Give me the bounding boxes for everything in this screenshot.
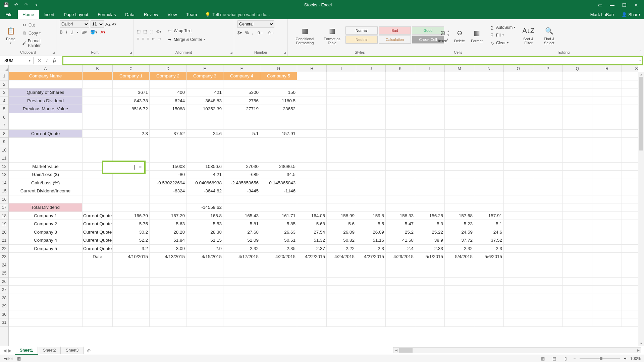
cell-O12[interactable] (504, 163, 533, 171)
col-header-Q[interactable]: Q (563, 65, 592, 72)
style-bad[interactable]: Bad (379, 26, 411, 35)
cell-K1[interactable] (386, 72, 415, 80)
cell-R1[interactable] (592, 72, 622, 80)
cell-M11[interactable] (445, 154, 474, 163)
cell-H1[interactable] (297, 72, 327, 80)
cell-B15[interactable] (83, 187, 113, 195)
cell-K7[interactable] (386, 121, 415, 130)
cell-Q28[interactable] (563, 294, 592, 302)
cell-F18[interactable]: 165.43 (223, 212, 260, 220)
find-select-button[interactable]: 🔍Find & Select (540, 25, 558, 46)
row-header-9[interactable]: 9 (0, 138, 8, 146)
row-header-30[interactable]: 30 (0, 310, 8, 319)
cell-D13[interactable]: -80 (150, 171, 186, 179)
cell-I20[interactable]: 26.09 (327, 228, 356, 237)
cell-G28[interactable] (260, 294, 297, 302)
cell-G12[interactable]: 23686.5 (260, 163, 297, 171)
cell-R29[interactable] (592, 302, 622, 310)
hscroll-left-icon[interactable]: ◀ (393, 348, 399, 353)
cell-H20[interactable]: 27.54 (297, 228, 327, 237)
alignment-dialog-icon[interactable]: ◢ (230, 51, 232, 54)
cell-E19[interactable]: 5.53 (186, 220, 223, 228)
cell-P14[interactable] (533, 179, 563, 187)
cell-O27[interactable] (504, 286, 533, 294)
sheet-tab-2[interactable]: Sheet2 (38, 347, 61, 354)
cell-G11[interactable] (260, 154, 297, 163)
cell-G25[interactable] (260, 269, 297, 278)
cell-L31[interactable] (415, 318, 445, 327)
cell-F10[interactable] (223, 146, 260, 155)
cell-E21[interactable]: 51.15 (186, 236, 223, 245)
cell-R14[interactable] (592, 179, 622, 187)
col-header-B[interactable]: B (83, 65, 113, 72)
cell-A22[interactable]: Company 5 (9, 245, 83, 253)
cell-J4[interactable] (356, 97, 386, 105)
cell-D21[interactable]: 51.84 (150, 236, 186, 245)
cell-M7[interactable] (445, 121, 474, 130)
cell-B6[interactable] (83, 113, 113, 122)
page-layout-view-icon[interactable]: ▤ (550, 356, 558, 361)
cell-J31[interactable] (356, 318, 386, 327)
cell-N8[interactable] (474, 130, 504, 138)
close-icon[interactable]: ✕ (633, 2, 639, 8)
col-header-S[interactable]: S (622, 65, 644, 72)
cell-D30[interactable] (150, 310, 186, 319)
cell-O5[interactable] (504, 105, 533, 113)
cell-Q13[interactable] (563, 171, 592, 179)
cell-E7[interactable] (186, 121, 223, 130)
spreadsheet-grid[interactable]: ABCDEFGHIJKLMNOPQRSTUV 12345678910111213… (0, 65, 644, 346)
cell-D6[interactable] (150, 113, 186, 122)
cell-M17[interactable] (445, 203, 474, 212)
cell-R16[interactable] (592, 195, 622, 204)
col-header-A[interactable]: A (9, 65, 83, 72)
col-header-E[interactable]: E (186, 65, 223, 72)
cell-H30[interactable] (297, 310, 327, 319)
cell-F8[interactable]: 5.1 (223, 130, 260, 138)
cell-B4[interactable] (83, 97, 113, 105)
cell-O26[interactable] (504, 278, 533, 286)
cell-L1[interactable] (415, 72, 445, 80)
cell-C22[interactable]: 3.2 (113, 245, 150, 253)
cell-A2[interactable] (9, 80, 83, 89)
cell-M6[interactable] (445, 113, 474, 122)
cell-K10[interactable] (386, 146, 415, 155)
row-headers[interactable]: 1234567891011121314151617181920212223242… (0, 72, 9, 346)
cell-R25[interactable] (592, 269, 622, 278)
add-sheet-button[interactable]: ⊕ (84, 347, 94, 355)
cell-R21[interactable] (592, 236, 622, 245)
cell-B17[interactable] (83, 203, 113, 212)
cell-Q11[interactable] (563, 154, 592, 163)
cell-I1[interactable] (327, 72, 356, 80)
cell-C17[interactable] (113, 203, 150, 212)
cell-C26[interactable] (113, 278, 150, 286)
hscroll-thumb[interactable] (399, 348, 413, 353)
cell-K3[interactable] (386, 88, 415, 97)
cell-H15[interactable] (297, 187, 327, 195)
cell-P19[interactable] (533, 220, 563, 228)
cell-N16[interactable] (474, 195, 504, 204)
style-neutral[interactable]: Neutral (345, 36, 378, 44)
cell-J7[interactable] (356, 121, 386, 130)
cell-C20[interactable]: 30.2 (113, 228, 150, 237)
cell-H6[interactable] (297, 113, 327, 122)
cell-H19[interactable]: 5.68 (297, 220, 327, 228)
percent-icon[interactable]: % (245, 31, 249, 35)
cell-J6[interactable] (356, 113, 386, 122)
cell-I6[interactable] (327, 113, 356, 122)
cell-N23[interactable]: 5/6/2015 (474, 253, 504, 261)
maximize-icon[interactable]: ❐ (621, 2, 627, 8)
cell-L5[interactable] (415, 105, 445, 113)
cell-A8[interactable]: Current Quote (9, 130, 83, 138)
conditional-formatting-button[interactable]: ▦Conditional Formatting (291, 25, 319, 46)
cell-K30[interactable] (386, 310, 415, 319)
col-header-L[interactable]: L (415, 65, 445, 72)
cell-R13[interactable] (592, 171, 622, 179)
cell-R20[interactable] (592, 228, 622, 237)
cell-R4[interactable] (592, 97, 622, 105)
cell-H27[interactable] (297, 286, 327, 294)
cell-Q18[interactable] (563, 212, 592, 220)
cell-D12[interactable]: 15008 (150, 163, 186, 171)
cell-E28[interactable] (186, 294, 223, 302)
cell-E18[interactable]: 165.8 (186, 212, 223, 220)
cell-D19[interactable]: 5.63 (150, 220, 186, 228)
